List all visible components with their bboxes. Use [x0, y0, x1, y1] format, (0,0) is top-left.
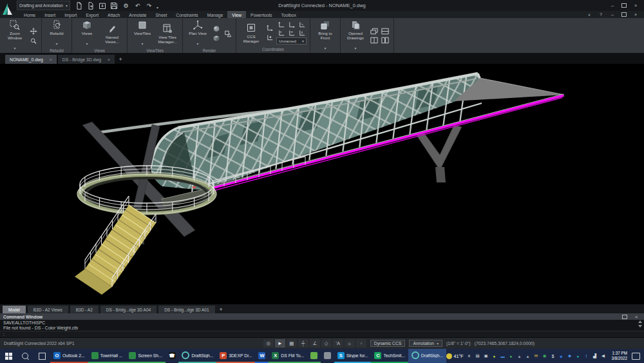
hidden-icons-chevron[interactable]: ∧ — [465, 351, 473, 360]
ccs-name-select[interactable]: Unnamed — [276, 37, 307, 44]
taskbar-search-button[interactable] — [17, 349, 33, 363]
menu-tab-import[interactable]: Import — [60, 11, 81, 18]
settings-gear-icon[interactable]: ⚙ — [122, 1, 130, 10]
menu-tab-attach[interactable]: Attach — [103, 11, 124, 18]
menu-tab-home[interactable]: Home — [19, 11, 40, 18]
ccs-z-button[interactable] — [297, 21, 307, 29]
tray-f-icon[interactable]: f — [582, 351, 590, 360]
taskbar-app[interactable]: SSkype for... — [334, 349, 372, 363]
tray-up-arrow2-icon[interactable]: ▲ — [524, 351, 531, 360]
doc-tab-bridge[interactable]: DS - Bridge 3D.dwg × — [58, 55, 115, 64]
opened-drawings-button[interactable]: Opened Drawings — [344, 19, 367, 52]
tray-teal-dot-icon[interactable]: ● — [574, 351, 582, 360]
lineweight-toggle[interactable]: ☼ — [345, 339, 355, 348]
cascade-windows-button[interactable] — [369, 27, 379, 35]
task-view-button[interactable] — [33, 349, 50, 363]
esnap-toggle[interactable]: ◇ — [321, 339, 332, 348]
etrack-toggle[interactable]: 'A — [333, 339, 343, 348]
tray-blue-dash-icon[interactable]: ▬ — [498, 351, 506, 360]
menu-tab-export[interactable]: Export — [81, 11, 103, 18]
snap-toggle[interactable]: ◎ — [263, 339, 274, 348]
command-window-header[interactable]: Command Window — [0, 313, 644, 320]
tray-dollar-icon[interactable]: $ — [549, 351, 556, 360]
ortho-toggle[interactable]: ┼ — [298, 339, 308, 348]
tray-clock-icon[interactable]: ● — [507, 351, 515, 360]
menu-tab-view[interactable]: View — [227, 11, 246, 18]
taskbar-clock[interactable]: 1:37 PM 3/8/2022 — [609, 351, 630, 361]
zoom-window-button[interactable]: Zoom Window — [3, 19, 26, 52]
bring-to-front-button[interactable]: Bring to Front — [314, 19, 337, 52]
taskbar-app[interactable]: TownHall ... — [88, 349, 126, 363]
minimize-button[interactable] — [608, 2, 617, 10]
scroll-down-icon[interactable] — [638, 325, 642, 328]
zoom-dynamic-button[interactable] — [28, 37, 38, 45]
doc-tab-noname[interactable]: NONAME_0.dwg × — [5, 55, 57, 64]
tray-shield-icon[interactable]: ◆ — [565, 351, 573, 360]
dynamic-ccs-button[interactable]: Dynamic CCS — [370, 340, 406, 347]
tray-grid-icon[interactable]: ▤ — [473, 351, 481, 360]
command-input[interactable]: : — [0, 331, 644, 337]
views-button[interactable]: Views — [75, 19, 99, 48]
close-tab-icon[interactable]: × — [50, 57, 52, 62]
ccs-3point-button[interactable] — [276, 29, 286, 37]
restore-button[interactable] — [620, 2, 629, 10]
taskbar-app[interactable]: P3DEXP Dr... — [216, 349, 255, 363]
tray-pages-icon[interactable]: ▣ — [482, 351, 489, 360]
taskbar-app[interactable] — [307, 349, 321, 363]
render-sphere-button[interactable] — [211, 25, 221, 33]
taskbar-app[interactable]: Screen Sh... — [126, 349, 165, 363]
polar-toggle[interactable]: ∠ — [310, 339, 320, 348]
menu-tab-sheet[interactable]: Sheet — [151, 11, 172, 18]
tray-chat-icon[interactable]: ■ — [557, 351, 565, 360]
tray-mail-icon[interactable]: ✉ — [532, 351, 540, 360]
annotation-scale-select[interactable]: Annotation — [409, 340, 442, 347]
tile-horizontal-button[interactable] — [380, 27, 390, 35]
taskbar-app[interactable] — [321, 349, 334, 363]
undo-button[interactable]: ↶ — [133, 1, 142, 10]
dynamic-input-toggle[interactable]: ▫ — [356, 339, 366, 348]
menu-tab-manage[interactable]: Manage — [203, 11, 228, 18]
help-button[interactable] — [596, 12, 605, 18]
tray-network-icon[interactable]: ▟ — [591, 351, 598, 360]
collapse-ribbon-button[interactable] — [585, 12, 594, 18]
viewtiles-button[interactable]: ViewTiles — [131, 19, 154, 48]
rebuild-button[interactable]: Rebuild — [45, 19, 68, 48]
new-document-button[interactable] — [75, 1, 84, 10]
workspace-selector[interactable]: Drafting and Annotation — [17, 1, 70, 10]
tray-volume-icon[interactable]: ◀ — [599, 351, 607, 360]
tile-vertical-button[interactable] — [369, 36, 379, 44]
menu-tab-constraints[interactable]: Constraints — [171, 11, 202, 18]
qat-more-button[interactable] — [156, 0, 158, 12]
menu-tab-insert[interactable]: Insert — [40, 11, 60, 18]
command-scrollbar[interactable] — [638, 320, 642, 328]
weather-widget[interactable]: 41°F — [446, 353, 464, 359]
taskbar-app[interactable]: OOutlook 2... — [50, 349, 88, 363]
command-history[interactable]: SAVEALLTOTHISPC File not found - DS - Co… — [0, 320, 644, 331]
render-style-button[interactable] — [223, 30, 232, 38]
doc-restore-button[interactable] — [620, 12, 629, 18]
open-document-button[interactable] — [87, 1, 95, 10]
taskbar-app[interactable]: DraftSigh... — [408, 349, 446, 363]
save-button[interactable] — [110, 1, 118, 10]
ccs-origin-button[interactable] — [297, 29, 307, 37]
ccs-entity-button[interactable] — [265, 34, 274, 42]
ccs-world-button[interactable] — [265, 24, 274, 32]
render-box-button[interactable] — [211, 34, 221, 43]
menu-tab-toolbox[interactable]: Toolbox — [277, 11, 301, 18]
named-views-button[interactable]: Named Views... — [100, 23, 124, 44]
save-as-button[interactable] — [99, 1, 107, 10]
close-tab-icon[interactable]: × — [108, 57, 110, 62]
start-button[interactable] — [0, 349, 17, 363]
tray-up-arrow-icon[interactable]: ▲ — [515, 351, 523, 360]
menu-tab-powertools[interactable]: Powertools — [246, 11, 277, 18]
view-tiles-manager-button[interactable]: View Tiles Manager... — [156, 23, 179, 44]
close-button[interactable] — [631, 2, 640, 10]
ccs-manager-button[interactable]: CCS Manager — [240, 23, 263, 43]
ccs-x-button[interactable] — [276, 21, 286, 29]
taskbar-app[interactable]: ☎ — [166, 349, 179, 363]
doc-minimize-button[interactable] — [608, 12, 617, 18]
model-viewport[interactable] — [0, 64, 644, 304]
pan-button[interactable] — [28, 27, 38, 35]
taskbar-app[interactable]: CTechSmit... — [371, 349, 408, 363]
grid-toggle[interactable]: ▦ — [287, 339, 297, 348]
